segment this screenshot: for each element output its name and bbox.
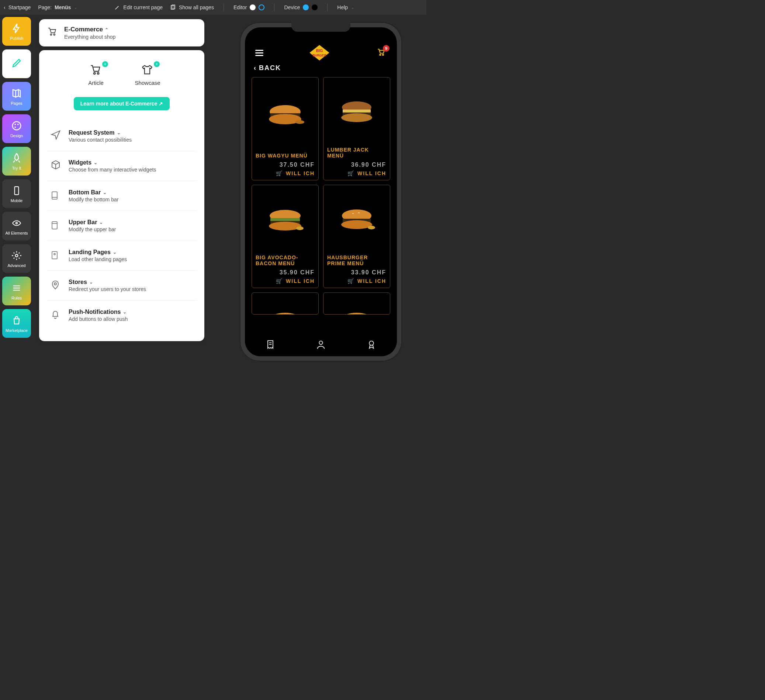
section-stores[interactable]: Stores⌄Redirect your users to your store…	[46, 271, 197, 300]
svg-point-10	[54, 34, 55, 35]
section-sub: Add buttons to allow push	[69, 316, 128, 322]
learn-prefix: Learn more about	[80, 101, 125, 107]
menu-price: 37.50 CHF	[256, 162, 315, 168]
back-button[interactable]: ‹ BACK	[254, 64, 390, 72]
bag-icon	[10, 314, 23, 327]
menu-card-partial[interactable]	[323, 293, 390, 315]
element-showcase-label: Showcase	[135, 80, 160, 86]
menu-card-partial[interactable]	[252, 293, 319, 315]
section-title: Widgets	[69, 159, 91, 166]
cart-button[interactable]: 9	[376, 47, 387, 58]
rail-publish-label: Publish	[10, 36, 23, 41]
cart-icon: 🛒	[348, 278, 354, 284]
rail-tryit[interactable]: Try It	[2, 147, 31, 176]
chevron-up-icon: ⌃	[105, 27, 109, 33]
edit-page-button[interactable]: Edit current page	[114, 5, 163, 10]
menu-title: HAUSBURGER PRIME MENÜ	[327, 255, 386, 266]
rail-rules[interactable]: Rules	[2, 277, 31, 305]
svg-rect-6	[15, 187, 19, 195]
menu-card[interactable]: BIG WAGYU MENÜ 37.50 CHF 🛒WILL ICH	[252, 77, 319, 180]
learn-more-button[interactable]: Learn more about E-Commerce ↗	[74, 97, 170, 110]
editor-toggle[interactable]: Editor	[233, 5, 265, 10]
rail-pages[interactable]: Pages	[2, 82, 31, 111]
editor-radio-light[interactable]	[250, 5, 256, 10]
section-request-system[interactable]: Request System⌄Various contact possibili…	[46, 121, 197, 151]
add-to-cart-button[interactable]: 🛒WILL ICH	[256, 170, 315, 176]
svg-point-8	[16, 255, 18, 257]
chevron-down-icon: ⌄	[351, 5, 354, 10]
panel-header[interactable]: E-Commerce ⌃ Everything about shop	[39, 19, 205, 46]
menu-card[interactable]: BIG AVOCADO-BACON MENÜ 35.90 CHF 🛒WILL I…	[252, 185, 319, 288]
cart-icon	[87, 63, 104, 76]
bolt-icon	[10, 22, 23, 35]
rail-advanced-label: Advanced	[8, 263, 26, 268]
section-widgets[interactable]: Widgets⌄Choose from many interactive wid…	[46, 151, 197, 181]
add-to-cart-button[interactable]: 🛒WILL ICH	[256, 278, 315, 284]
section-bottombar[interactable]: Bottom Bar⌄Modify the bottom bar	[46, 181, 197, 211]
cart-icon: 🛒	[348, 170, 354, 176]
section-upperbar[interactable]: Upper Bar⌄Modify the upper bar	[46, 211, 197, 241]
section-push[interactable]: Push-Notifications⌄Add buttons to allow …	[46, 300, 197, 330]
app-bottombar	[245, 334, 397, 356]
device-label: Device	[284, 5, 300, 10]
section-sub: Modify the upper bar	[69, 227, 116, 232]
phone-frame: BIG BURGER 9 ‹ BACK	[240, 22, 402, 362]
rail-tryit-label: Try It	[12, 166, 21, 170]
rail-mobile-label: Mobile	[11, 198, 22, 203]
award-icon[interactable]	[366, 339, 376, 351]
paperplane-icon	[50, 129, 62, 141]
svg-point-11	[94, 72, 96, 74]
svg-point-4	[17, 124, 19, 125]
element-picker: + Article + Showcase	[46, 60, 197, 97]
page-name: Menüs	[55, 5, 71, 10]
svg-point-35	[296, 227, 304, 230]
svg-point-38	[358, 212, 360, 213]
add-to-cart-button[interactable]: 🛒WILL ICH	[327, 278, 386, 284]
menu-title: LUMBER JACK MENÜ	[327, 147, 386, 159]
device-radio-mobile[interactable]	[303, 5, 309, 10]
section-title: Landing Pages	[69, 249, 111, 256]
menu-title: BIG WAGYU MENÜ	[256, 153, 315, 159]
menu-price: 35.90 CHF	[256, 269, 315, 276]
rail-pages-label: Pages	[11, 101, 22, 105]
landing-icon	[50, 249, 62, 261]
rail-advanced[interactable]: Advanced	[2, 244, 31, 273]
phone-notch	[291, 22, 350, 32]
breadcrumb-start[interactable]: ‹ Startpage	[4, 5, 31, 10]
show-all-pages-button[interactable]: Show all pages	[170, 5, 214, 10]
section-title: Push-Notifications	[69, 309, 121, 315]
rail-edit[interactable]	[2, 49, 31, 78]
receipt-icon[interactable]	[265, 339, 275, 351]
svg-point-40	[341, 220, 372, 229]
chevron-down-icon: ⌄	[99, 220, 103, 225]
rail-rules-label: Rules	[11, 296, 22, 300]
bell-icon	[50, 309, 62, 321]
rail-marketplace[interactable]: Marketplace	[2, 309, 31, 338]
add-to-cart-button[interactable]: 🛒WILL ICH	[327, 170, 386, 176]
svg-point-5	[14, 126, 16, 128]
device-toggle[interactable]: Device	[284, 5, 318, 10]
user-icon[interactable]	[316, 339, 326, 351]
editor-radio-preview[interactable]	[258, 5, 264, 10]
section-landingpages[interactable]: Landing Pages⌄Load other landing pages	[46, 241, 197, 271]
menu-card[interactable]: HAUSBURGER PRIME MENÜ 33.90 CHF 🛒WILL IC…	[323, 185, 390, 288]
chevron-left-icon: ‹	[4, 5, 6, 10]
section-sub: Various contact possibilities	[69, 137, 132, 143]
rail-allelements[interactable]: All Elements	[2, 212, 31, 241]
help-menu[interactable]: Help ⌄	[337, 5, 354, 10]
menu-icon[interactable]	[255, 50, 263, 56]
brand-logo[interactable]: BIG BURGER	[309, 44, 331, 61]
rail-mobile[interactable]: Mobile	[2, 179, 31, 208]
rail-market-label: Marketplace	[6, 328, 28, 333]
device-radio-desktop[interactable]	[312, 5, 318, 10]
page-selector[interactable]: Page: Menüs ⌄	[38, 5, 77, 10]
chevron-left-icon: ‹	[254, 64, 257, 72]
element-article[interactable]: + Article	[76, 63, 116, 86]
rail-design[interactable]: Design	[2, 114, 31, 143]
element-showcase[interactable]: + Showcase	[127, 63, 168, 86]
willich-label: WILL ICH	[357, 170, 386, 176]
menu-card[interactable]: LUMBER JACK MENÜ 36.90 CHF 🛒WILL ICH	[323, 77, 390, 180]
svg-point-18	[54, 253, 55, 255]
phone-screen: BIG BURGER 9 ‹ BACK	[245, 27, 397, 356]
rail-publish[interactable]: Publish	[2, 17, 31, 46]
